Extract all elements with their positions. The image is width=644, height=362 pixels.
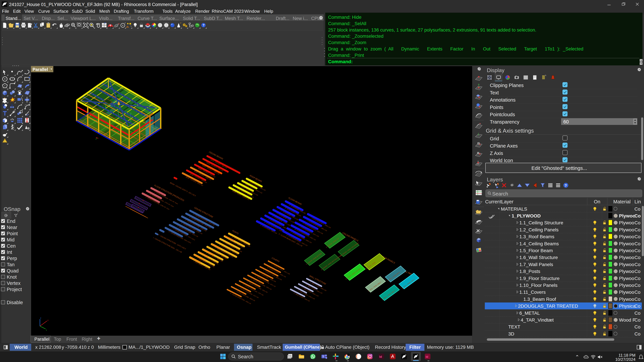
- svg-text:Id: Id: [379, 355, 382, 359]
- svg-text:POSTS: POSTS: [232, 230, 239, 235]
- svg-text:Id: Id: [426, 355, 428, 359]
- svg-text:?: ?: [565, 183, 567, 188]
- svg-text:z: z: [40, 317, 41, 319]
- svg-text:T: T: [322, 355, 324, 358]
- svg-text:x: x: [46, 329, 47, 331]
- svg-text:8: 8: [405, 354, 406, 356]
- svg-text:E - WALL COVER - 1942 x 96: E - WALL COVER - 1942 x 96: [294, 292, 310, 302]
- svg-text:8: 8: [417, 354, 418, 356]
- svg-text:COVERS: COVERS: [271, 257, 280, 263]
- svg-text:y: y: [48, 319, 48, 321]
